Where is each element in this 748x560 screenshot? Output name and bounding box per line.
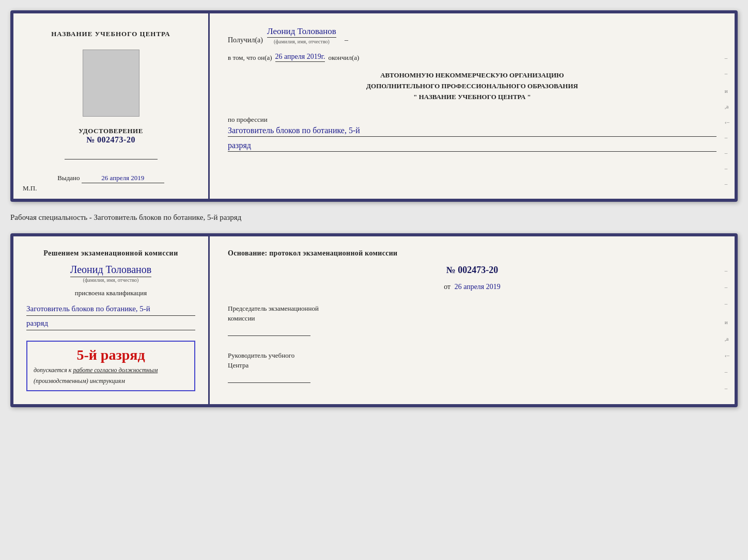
head-label2: Центра	[228, 360, 716, 371]
document-card-2: Решением экзаменационной комиссии Леонид…	[10, 233, 738, 407]
side-dashes-1: – – и ,а ‹– – – – –	[725, 55, 729, 187]
profession-value: Заготовитель блоков по ботанике, 5-й	[228, 126, 716, 137]
photo-placeholder	[83, 50, 139, 117]
issued-label: Выдано	[57, 174, 80, 182]
fio-label-1: (фамилия, имя, отчество)	[274, 39, 330, 44]
head-block: Руководитель учебного Центра	[228, 350, 716, 383]
from-date-line: от 26 апреля 2019	[228, 283, 716, 291]
cert-label-text: УДОСТОВЕРЕНИЕ	[79, 127, 143, 135]
stamp-main-text: 5-й разряд	[34, 347, 188, 363]
dash-1: –	[345, 36, 348, 44]
doc2-name: Леонид Толованов	[70, 264, 152, 277]
cert-number: № 002473-20	[79, 135, 143, 145]
head-signature-line	[228, 373, 310, 383]
from-date: 26 апреля 2019	[455, 283, 501, 291]
page-wrapper: НАЗВАНИЕ УЧЕБНОГО ЦЕНТРА УДОСТОВЕРЕНИЕ №…	[10, 10, 738, 407]
basis-text: Основание: протокол экзаменационной коми…	[228, 249, 716, 258]
received-prefix: Получил(а)	[228, 36, 263, 44]
org-block: АВТОНОМНУЮ НЕКОММЕРЧЕСКУЮ ОРГАНИЗАЦИЮ ДО…	[228, 70, 716, 102]
certify-prefix: в том, что он(а)	[228, 54, 272, 62]
cert-label: УДОСТОВЕРЕНИЕ № 002473-20	[79, 127, 143, 145]
mp-label: М.П.	[23, 184, 37, 193]
document-card-1: НАЗВАНИЕ УЧЕБНОГО ЦЕНТРА УДОСТОВЕРЕНИЕ №…	[10, 10, 738, 202]
profession-prefix: по профессии	[228, 116, 268, 123]
doc1-right-panel: Получил(а) Леонид Толованов (фамилия, им…	[210, 13, 735, 199]
head-label: Руководитель учебного	[228, 350, 716, 361]
certify-date: 26 апреля 2019г.	[275, 53, 325, 62]
certify-line: в том, что он(а) 26 апреля 2019г. окончи…	[228, 53, 716, 62]
org-line3: " НАЗВАНИЕ УЧЕБНОГО ЦЕНТРА "	[228, 92, 716, 103]
qualification-line2: разряд	[26, 318, 195, 330]
doc2-left-panel: Решением экзаменационной комиссии Леонид…	[13, 236, 210, 404]
stamp-sub-prefix: допускается к	[34, 366, 71, 374]
qualification-line1: Заготовитель блоков по ботанике, 5-й	[26, 303, 195, 316]
org-line1: АВТОНОМНУЮ НЕКОММЕРЧЕСКУЮ ОРГАНИЗАЦИЮ	[228, 70, 716, 81]
profession-section: по профессии Заготовитель блоков по бота…	[228, 115, 716, 152]
qualification-block: Заготовитель блоков по ботанике, 5-й раз…	[26, 303, 195, 330]
chairman-label2: комиссии	[228, 313, 716, 324]
chairman-label: Председатель экзаменационной	[228, 303, 716, 314]
doc2-fio-label: (фамилия, имя, отчество)	[83, 277, 139, 283]
razryad-value: разряд	[228, 141, 716, 152]
issued-line: Выдано 26 апреля 2019	[57, 174, 164, 183]
issued-date: 26 апреля 2019	[82, 174, 164, 183]
recipient-line: Получил(а) Леонид Толованов (фамилия, им…	[228, 26, 716, 44]
decision-text: Решением экзаменационной комиссии	[26, 249, 195, 258]
doc1-training-center-title: НАЗВАНИЕ УЧЕБНОГО ЦЕНТРА	[51, 29, 170, 39]
from-label: от	[444, 283, 450, 291]
doc1-left-panel: НАЗВАНИЕ УЧЕБНОГО ЦЕНТРА УДОСТОВЕРЕНИЕ №…	[13, 13, 210, 199]
protocol-number: № 002473-20	[228, 265, 716, 276]
stamp-sub-text: допускается к работе согласно должностны…	[34, 366, 188, 374]
chairman-signature-line	[228, 326, 310, 336]
specialty-label: Рабочая специальность - Заготовитель бло…	[10, 211, 738, 224]
org-line2: ДОПОЛНИТЕЛЬНОГО ПРОФЕССИОНАЛЬНОГО ОБРАЗО…	[228, 81, 716, 92]
stamp-sub-underline: работе согласно должностным	[73, 366, 158, 374]
assigned-text: присвоена квалификация	[26, 289, 195, 297]
side-dashes-2: – – – и ,а ‹– – – – –	[725, 267, 729, 407]
stamp-italic: (производственным) инструкциям	[34, 377, 188, 385]
doc2-right-panel: Основание: протокол экзаменационной коми…	[210, 236, 735, 404]
recipient-name: Леонид Толованов	[267, 26, 336, 38]
certify-suffix: окончил(а)	[328, 54, 359, 62]
chairman-block: Председатель экзаменационной комиссии	[228, 303, 716, 336]
stamp-box: 5-й разряд допускается к работе согласно…	[26, 341, 195, 391]
